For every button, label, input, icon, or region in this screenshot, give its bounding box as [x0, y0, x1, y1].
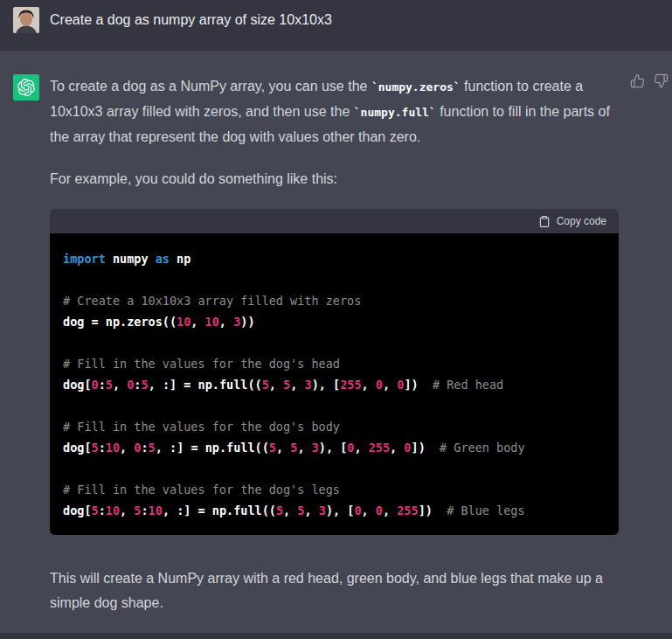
assistant-paragraph-3: This will create a NumPy array with a re…: [50, 566, 619, 615]
assistant-message-row: To create a dog as a NumPy array, you ca…: [0, 51, 672, 633]
inline-code-numpy-zeros: `numpy.zeros`: [371, 80, 461, 94]
code-line: # Fill in the values for the dog's head: [63, 353, 606, 374]
user-message-row: Create a dog as numpy array of size 10x1…: [0, 0, 672, 51]
code-line: [63, 395, 606, 416]
code-line: dog[5:10, 5:10, :] = np.full((5, 5, 3), …: [63, 500, 606, 521]
inline-code-numpy-full: `numpy.full`: [354, 106, 436, 119]
thumbs-up-button[interactable]: [630, 73, 645, 88]
assistant-message-content: To create a dog as a NumPy array, you ca…: [50, 74, 619, 633]
user-avatar: [13, 7, 39, 33]
code-line: # Create a 10x10x3 array filled with zer…: [63, 290, 606, 311]
clipboard-icon: [538, 215, 551, 228]
thumbs-down-button[interactable]: [654, 73, 669, 88]
code-line: # Fill in the values for the dog's body: [63, 416, 606, 437]
chatgpt-logo-icon: [17, 79, 35, 96]
user-photo-icon: [13, 7, 39, 33]
feedback-buttons: [630, 73, 669, 88]
thumbs-up-icon: [630, 73, 645, 88]
code-content[interactable]: import numpy as np # Create a 10x10x3 ar…: [50, 233, 619, 535]
chat-window: Create a dog as numpy array of size 10x1…: [0, 0, 672, 639]
paragraph-text: To create a dog as a NumPy array, you ca…: [50, 79, 371, 94]
user-message-text: Create a dog as numpy array of size 10x1…: [50, 7, 332, 33]
code-line: dog = np.zeros((10, 10, 3)): [63, 311, 606, 332]
assistant-paragraph-2: For example, you could do something like…: [50, 167, 619, 191]
code-line: [63, 332, 606, 353]
code-line: [63, 269, 606, 290]
copy-code-button[interactable]: Copy code: [538, 215, 606, 228]
code-line: dog[5:10, 0:5, :] = np.full((5, 5, 3), […: [63, 437, 606, 458]
copy-code-label: Copy code: [557, 215, 606, 227]
code-block-header: Copy code: [50, 209, 619, 233]
code-line: [63, 458, 606, 479]
thumbs-down-icon: [654, 73, 669, 88]
code-line: # Fill in the values for the dog's legs: [63, 479, 606, 500]
code-line: import numpy as np: [63, 248, 606, 269]
code-line: dog[0:5, 0:5, :] = np.full((5, 5, 3), [2…: [63, 374, 606, 395]
next-row-edge: [0, 633, 672, 639]
code-block: Copy code import numpy as np # Create a …: [50, 209, 619, 535]
assistant-paragraph-1: To create a dog as a NumPy array, you ca…: [50, 74, 619, 149]
chatgpt-avatar: [13, 74, 39, 101]
